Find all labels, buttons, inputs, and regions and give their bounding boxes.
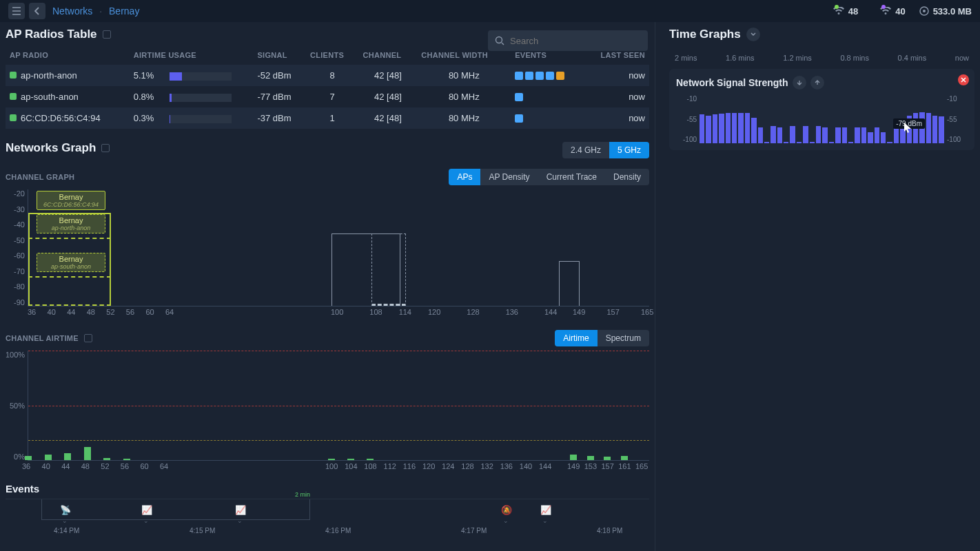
network-label-box[interactable]: Bernay 6C:CD:D6:56:C4:94 (37, 191, 105, 210)
x-tick: 64 (160, 462, 168, 470)
stat-storage[interactable]: 533.0 MB (919, 6, 972, 17)
x-tick: 157 (601, 462, 613, 470)
chevron-left-icon (34, 7, 41, 15)
channel-shape (559, 261, 580, 306)
x-tick: 56 (121, 462, 129, 470)
y-tick: -10 (947, 95, 968, 103)
y-tick: -55 (676, 116, 697, 123)
search-input[interactable] (510, 36, 641, 46)
disk-icon (919, 6, 929, 16)
chevron-down-icon: ⌄ (143, 517, 149, 524)
time-tick: 0.8 mins (840, 54, 869, 62)
tab-ap-density[interactable]: AP Density (480, 169, 538, 185)
search-box[interactable] (488, 30, 648, 51)
usage-pct: 0.3% (130, 107, 165, 129)
table-row[interactable]: 6C:CD:D6:56:C4:94 0.3% -37 dBm 1 42 [48]… (6, 107, 649, 129)
event-marker[interactable]: 📡 (59, 503, 72, 516)
events-title: Events (6, 483, 649, 495)
channel-graph-chart[interactable]: -20-30-40-50-60-70-80-90 Bernay 6C:CD:D6… (6, 189, 649, 320)
col-signal[interactable]: SIGNAL (253, 45, 306, 65)
tab-airtime[interactable]: Airtime (555, 330, 597, 346)
event-icon (515, 114, 523, 123)
x-tick: 36 (22, 462, 30, 470)
networks-graph-title-text: Networks Graph (6, 141, 96, 155)
x-tick: 157 (606, 308, 619, 316)
tab-spectrum[interactable]: Spectrum (598, 330, 649, 346)
stat-wifi-24ghz[interactable]: 40 (872, 6, 905, 17)
expand-button[interactable] (746, 28, 760, 41)
channel-airtime-chart[interactable]: 100%50%0% 364044485256606410010410811211… (6, 351, 649, 475)
signal-bar (726, 113, 731, 143)
signal-bar (758, 127, 763, 143)
wifi-5ghz-count: 48 (848, 6, 858, 17)
y-tick: -80 (6, 282, 25, 291)
x-tick: 136 (500, 462, 513, 470)
y-tick: -50 (6, 236, 25, 245)
event-marker[interactable]: 📈 (234, 503, 247, 516)
col-radio[interactable]: AP RADIO (6, 45, 130, 65)
event-marker[interactable]: 🔕 (500, 503, 513, 516)
close-panel-button[interactable] (958, 74, 969, 85)
copy-icon[interactable] (84, 334, 92, 342)
width-value: 80 MHz (417, 107, 511, 129)
event-marker[interactable]: 📈 (141, 503, 153, 516)
airtime-tabs: Airtime Spectrum (555, 330, 649, 346)
copy-icon[interactable] (103, 30, 111, 39)
x-tick: 149 (567, 462, 580, 470)
menu-button[interactable] (8, 3, 25, 19)
table-row[interactable]: ap-north-anon 5.1% -52 dBm 8 42 [48] 80 … (6, 65, 649, 86)
tab-density[interactable]: Density (605, 169, 649, 185)
breadcrumb-root[interactable]: Networks (52, 6, 92, 17)
back-button[interactable] (29, 3, 45, 19)
signal-bar (861, 127, 866, 143)
table-row[interactable]: ap-south-anon 0.8% -77 dBm 7 42 [48] 80 … (6, 86, 649, 107)
time-tick: 1.2 mins (783, 54, 812, 62)
breadcrumb-current[interactable]: Bernay (109, 6, 139, 17)
y-tick: -10 (676, 95, 697, 103)
x-tick: 149 (573, 308, 585, 316)
channel-airtime-label: CHANNEL AIRTIME (6, 334, 79, 342)
x-tick: 112 (384, 462, 396, 470)
airtime-bar (25, 456, 32, 460)
col-clients[interactable]: CLIENTS (306, 45, 359, 65)
stat-wifi-5ghz[interactable]: 48 (825, 6, 858, 17)
x-tick: 100 (331, 308, 343, 316)
x-tick: 60 (140, 462, 148, 470)
signal-bar (719, 114, 724, 143)
time-tick: now (955, 54, 969, 62)
signal-bar (751, 118, 756, 143)
svg-point-2 (496, 37, 502, 43)
band-5ghz-button[interactable]: 5 GHz (609, 142, 649, 158)
clients-value: 1 (306, 107, 359, 129)
copy-icon[interactable] (101, 144, 110, 152)
signal-bar (932, 116, 937, 143)
threshold-line-100 (28, 351, 649, 351)
event-marker[interactable]: 📈 (540, 503, 552, 516)
x-tick: 52 (106, 308, 114, 316)
x-tick: 140 (520, 462, 532, 470)
y-tick: -90 (6, 298, 25, 306)
x-tick: 36 (28, 308, 36, 316)
signal-bar (881, 132, 886, 143)
clients-value: 7 (306, 86, 359, 107)
band-24ghz-button[interactable]: 2.4 GHz (562, 142, 609, 158)
event-icon (546, 72, 554, 80)
channel-graph-tabs: APs AP Density Current Trace Density (449, 169, 649, 185)
tab-aps[interactable]: APs (449, 169, 480, 185)
airtime-bar (328, 459, 335, 460)
events-timeline[interactable]: 2 min 📡⌄📈⌄📈⌄🔕⌄📈⌄🔕⌄4:14 PM4:15 PM4:16 PM4… (6, 499, 649, 536)
tab-current-trace[interactable]: Current Trace (538, 169, 605, 185)
signal-bar (822, 127, 827, 143)
sort-down-button[interactable] (793, 76, 806, 90)
x-tick: 48 (81, 462, 90, 470)
signal-strength-chart[interactable]: -10-55-100 -10-55-100 -79 dBm (676, 95, 968, 143)
sort-up-button[interactable] (810, 76, 824, 90)
col-airtime[interactable]: AIRTIME USAGE (130, 45, 254, 65)
usage-bar (170, 94, 232, 102)
y-tick: -55 (947, 116, 968, 123)
ap-radios-title-text: AP Radios Table (6, 28, 97, 41)
storage-value: 533.0 MB (933, 6, 972, 17)
signal-bar (939, 116, 943, 143)
col-channel[interactable]: CHANNEL (358, 45, 417, 65)
signal-bar (842, 127, 847, 143)
